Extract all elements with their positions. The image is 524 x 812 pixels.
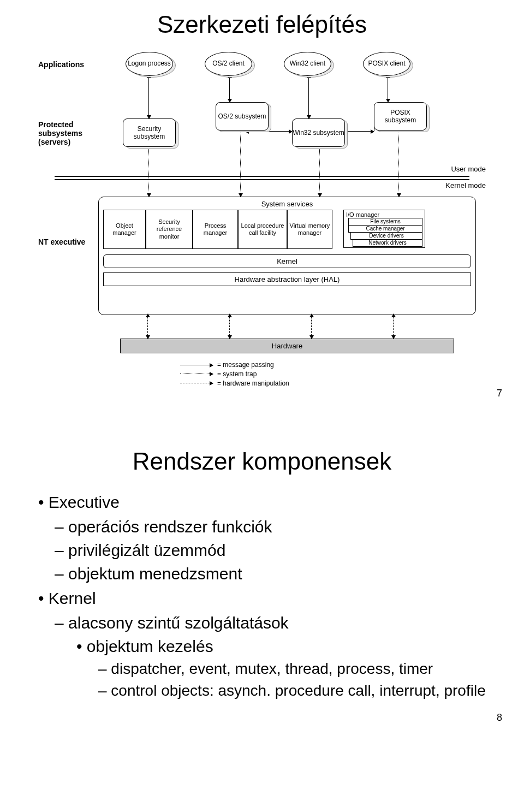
architecture-diagram: Applications Protected subsystems (serve… [38, 49, 486, 399]
mgr-security: Security reference monitor [146, 210, 193, 249]
mgr-object: Object manager [103, 210, 146, 249]
page-number-8: 8 [22, 712, 502, 724]
bullet-kernel-disp: dispatcher, event, mutex, thread, proces… [98, 659, 502, 679]
bullet-executive: Executive [38, 491, 502, 513]
sub-security: Security subsystem [123, 118, 176, 147]
io-netdrv: Network drivers [353, 239, 422, 247]
page-number-7: 7 [497, 388, 502, 399]
slide-structural: Szerkezeti felépítés Applications Protec… [0, 0, 524, 740]
system-services-label: System services [99, 197, 475, 210]
slide-components: Rendszer komponensek Executive operációs… [22, 448, 502, 724]
mgr-vmm: Virtual memory manager [287, 210, 332, 249]
app-logon: Logon process [126, 52, 173, 76]
slide2-title: Rendszer komponensek [22, 448, 502, 475]
mgr-lpc: Local procedure call facility [238, 210, 287, 249]
io-manager-group: I/O manager File systems Cache manager D… [343, 210, 425, 248]
bullet-kernel-ctrl: control objects: asynch. procedure call,… [98, 681, 502, 701]
io-filesystems: File systems [348, 218, 422, 226]
io-devdrv: Device drivers [350, 232, 422, 240]
bullet-kernel-objk: objektum kezelés [76, 636, 502, 657]
diagram-legend: = message passing = system trap = hardwa… [180, 360, 289, 388]
bullet-kernel-low: alacsony szintű szolgáltatások [55, 612, 502, 633]
label-protected: Protected subsystems (servers) [38, 120, 82, 146]
app-posixclient: POSIX client [363, 52, 410, 76]
bullet-exec-priv: privilégizált üzemmód [55, 540, 502, 561]
app-win32client: Win32 client [284, 52, 331, 76]
io-cache: Cache manager [348, 225, 422, 233]
legend-hw: = hardware manipulation [217, 379, 289, 388]
sub-posix: POSIX subsystem [374, 102, 427, 131]
legend-msg: = message passing [217, 360, 274, 370]
hardware-bar: Hardware [120, 339, 454, 353]
label-ntexecutive: NT executive [38, 238, 85, 246]
bullet-exec-os: operációs rendszer funkciók [55, 516, 502, 537]
bullet-exec-obj: objektum menedzsment [55, 563, 502, 584]
io-manager-label: I/O manager [346, 211, 422, 218]
label-usermode: User mode [451, 165, 486, 173]
nt-executive-box: System services Object manager Security … [98, 197, 476, 315]
label-applications: Applications [38, 60, 84, 69]
sub-os2: OS/2 subsystem [216, 102, 269, 131]
legend-trap: = system trap [217, 370, 257, 379]
bullet-kernel: Kernel [38, 588, 502, 609]
kernel-bar: Kernel [103, 254, 471, 268]
label-kernelmode: Kernel mode [445, 181, 486, 189]
hal-bar: Hardware abstraction layer (HAL) [103, 272, 471, 286]
slide1-title: Szerkezeti felépítés [22, 11, 502, 38]
sub-win32: Win32 subsystem [292, 118, 345, 147]
app-os2client: OS/2 client [205, 52, 252, 76]
mgr-process: Process manager [193, 210, 238, 249]
bullet-list: Executive operációs rendszer funkciók pr… [22, 491, 502, 701]
